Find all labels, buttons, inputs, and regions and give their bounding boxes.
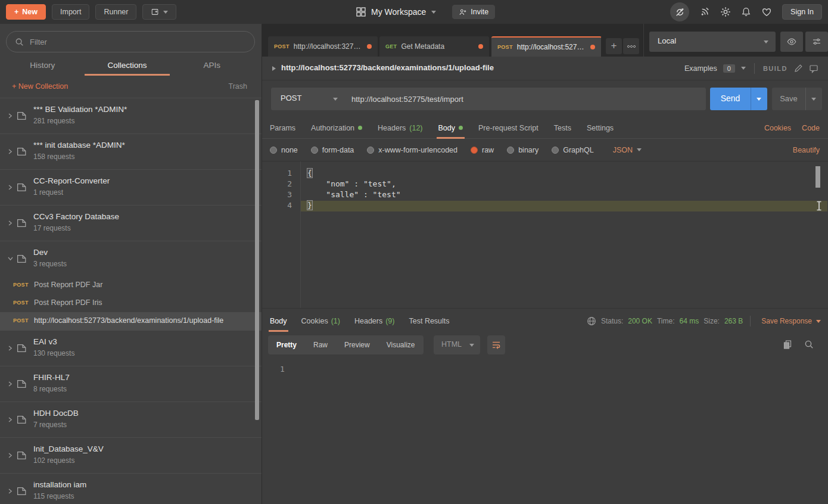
notifications-bell-button[interactable] bbox=[741, 7, 751, 17]
chevron-right-icon[interactable] bbox=[7, 148, 13, 155]
mode-form-data[interactable]: form-data bbox=[311, 146, 354, 154]
search-icon[interactable] bbox=[804, 340, 814, 350]
comment-icon[interactable] bbox=[809, 64, 818, 73]
chevron-right-icon[interactable] bbox=[7, 452, 13, 459]
collection-item[interactable]: CCv3 Factory Database 17 requests bbox=[0, 205, 262, 241]
mode-raw-selected[interactable]: raw bbox=[471, 146, 494, 154]
chevron-right-icon[interactable] bbox=[7, 488, 13, 494]
filter-input[interactable] bbox=[30, 38, 246, 46]
tab-options-button[interactable] bbox=[623, 38, 639, 54]
url-input[interactable] bbox=[351, 88, 697, 110]
environment-selector[interactable]: Local bbox=[649, 32, 776, 52]
save-button[interactable]: Save bbox=[772, 88, 822, 110]
body-editor[interactable]: 1 { 2 "nom" : "test", 3 "salle" : "test"… bbox=[262, 161, 828, 309]
chevron-right-icon[interactable] bbox=[7, 113, 13, 119]
mode-binary[interactable]: binary bbox=[507, 146, 538, 154]
tab-body[interactable]: Body bbox=[438, 117, 463, 138]
tab-collections[interactable]: Collections bbox=[85, 57, 169, 76]
sidebar-scrollbar[interactable] bbox=[255, 100, 259, 420]
collection-item[interactable]: installation iam 115 requests bbox=[0, 473, 262, 504]
open-new-tab-button[interactable]: + bbox=[606, 38, 622, 54]
tab-pre-request-script[interactable]: Pre-request Script bbox=[478, 117, 538, 138]
tab-authorization[interactable]: Authorization bbox=[311, 117, 362, 138]
view-pretty-button[interactable]: Pretty bbox=[268, 335, 305, 354]
sign-in-button[interactable]: Sign In bbox=[782, 4, 822, 20]
request-tab-active[interactable]: POST http://localhost:52773/... bbox=[491, 36, 602, 57]
response-tab-body[interactable]: Body bbox=[270, 309, 287, 334]
request-item-selected[interactable]: POST http://localhost:52773/backend/exam… bbox=[0, 312, 262, 330]
save-response-button[interactable]: Save Response bbox=[761, 317, 821, 325]
collection-item[interactable]: CC-Report-Converter 1 request bbox=[0, 169, 262, 205]
collection-item[interactable]: HDH DocDB 7 requests bbox=[0, 402, 262, 437]
new-window-button[interactable] bbox=[142, 4, 176, 20]
sync-off-button[interactable] bbox=[670, 2, 689, 21]
chevron-right-icon[interactable] bbox=[7, 345, 13, 351]
heart-button[interactable] bbox=[761, 7, 772, 17]
environment-quick-look-button[interactable] bbox=[780, 32, 803, 52]
new-button[interactable]: +New bbox=[6, 4, 46, 20]
tab-headers[interactable]: Headers(12) bbox=[378, 117, 422, 138]
chevron-right-icon[interactable] bbox=[7, 220, 13, 226]
beautify-link[interactable]: Beautify bbox=[793, 146, 820, 154]
chevron-right-icon[interactable] bbox=[7, 381, 13, 387]
collapse-triangle-icon[interactable] bbox=[272, 66, 276, 71]
new-collection-button[interactable]: + New Collection bbox=[12, 82, 68, 91]
collection-item[interactable]: FHIR-HL7 8 requests bbox=[0, 366, 262, 402]
import-button[interactable]: Import bbox=[52, 4, 89, 20]
response-format-selector[interactable]: HTML bbox=[434, 335, 480, 354]
radio-icon bbox=[552, 147, 559, 154]
code-link[interactable]: Code bbox=[802, 124, 820, 132]
workspace-switcher[interactable]: My Workspace Invite bbox=[356, 0, 495, 24]
environment-settings-button[interactable] bbox=[805, 32, 828, 52]
invite-button[interactable]: Invite bbox=[452, 5, 495, 19]
collection-item[interactable]: Init_Database_V&V 102 requests bbox=[0, 437, 262, 473]
tab-apis[interactable]: APIs bbox=[170, 57, 254, 76]
chevron-down-icon[interactable] bbox=[333, 98, 338, 101]
request-item[interactable]: POST Post Report PDF Jar bbox=[0, 276, 262, 294]
mode-graphql[interactable]: GraphQL bbox=[552, 146, 593, 154]
request-tab[interactable]: POST http://localhost:32783/... bbox=[268, 36, 378, 57]
response-body[interactable]: 1 bbox=[262, 356, 828, 504]
response-tab-test-results[interactable]: Test Results bbox=[409, 309, 449, 334]
content-type-selector[interactable]: JSON bbox=[613, 146, 642, 154]
request-tab[interactable]: GET Get Metadata bbox=[379, 36, 490, 57]
view-preview-button[interactable]: Preview bbox=[336, 335, 378, 354]
editor-scrollbar[interactable] bbox=[815, 166, 820, 188]
cookies-link[interactable]: Cookies bbox=[764, 124, 791, 132]
capture-requests-button[interactable] bbox=[699, 7, 710, 17]
chevron-down-icon bbox=[431, 11, 436, 14]
request-item[interactable]: POST Post Report PDF Iris bbox=[0, 294, 262, 312]
send-button[interactable]: Send bbox=[710, 88, 767, 110]
chevron-down-icon[interactable] bbox=[7, 256, 14, 262]
method-selector[interactable]: POST bbox=[281, 94, 301, 102]
chevron-right-icon[interactable] bbox=[7, 416, 13, 423]
copy-icon[interactable] bbox=[783, 340, 792, 350]
collection-item[interactable]: EAI v3 130 requests bbox=[0, 330, 262, 366]
examples-label[interactable]: Examples bbox=[684, 64, 717, 73]
mode-urlencoded[interactable]: x-www-form-urlencoded bbox=[367, 146, 457, 154]
tab-settings[interactable]: Settings bbox=[587, 117, 614, 138]
wrap-text-button[interactable] bbox=[487, 335, 505, 354]
chevron-down-icon[interactable] bbox=[741, 67, 746, 70]
view-visualize-button[interactable]: Visualize bbox=[378, 335, 424, 354]
collection-item[interactable]: *** init database *ADMIN* 158 requests bbox=[0, 133, 262, 169]
collection-item[interactable]: *** BE Validation *ADMIN* 281 requests bbox=[0, 98, 262, 133]
edit-pencil-icon[interactable] bbox=[793, 64, 803, 73]
tab-tests[interactable]: Tests bbox=[554, 117, 571, 138]
mode-none[interactable]: none bbox=[270, 146, 298, 154]
send-options-button[interactable] bbox=[751, 88, 767, 110]
runner-button[interactable]: Runner bbox=[95, 4, 136, 20]
tab-params[interactable]: Params bbox=[270, 117, 295, 138]
globe-icon[interactable] bbox=[587, 316, 596, 326]
chevron-right-icon[interactable] bbox=[7, 184, 13, 191]
response-tab-headers[interactable]: Headers(9) bbox=[354, 309, 395, 334]
view-raw-button[interactable]: Raw bbox=[305, 335, 336, 354]
collection-item-expanded[interactable]: Dev 3 requests bbox=[0, 241, 262, 276]
save-options-button[interactable] bbox=[805, 88, 822, 110]
settings-gear-button[interactable] bbox=[720, 7, 731, 17]
trash-button[interactable]: Trash bbox=[229, 82, 248, 91]
response-tab-cookies[interactable]: Cookies(1) bbox=[301, 309, 340, 334]
collections-list: *** BE Validation *ADMIN* 281 requests *… bbox=[0, 98, 262, 504]
save-label: Save bbox=[772, 94, 805, 103]
tab-history[interactable]: History bbox=[0, 57, 85, 76]
